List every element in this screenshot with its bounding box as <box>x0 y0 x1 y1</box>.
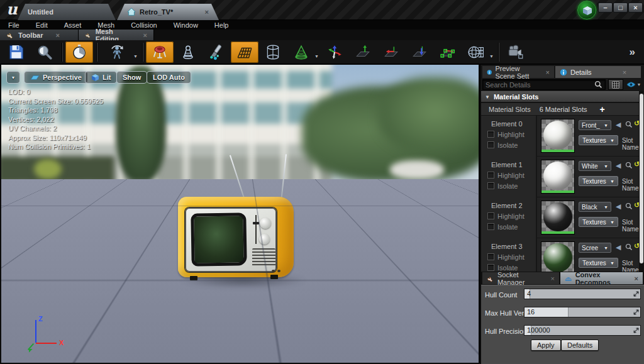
tab-preview-scene-settings[interactable]: Preview Scene Sett × <box>482 66 554 78</box>
isolate-checkbox[interactable] <box>487 141 494 148</box>
close-button[interactable]: × <box>628 3 643 13</box>
highlight-checkbox[interactable] <box>487 212 494 219</box>
material-thumbnail[interactable] <box>541 119 575 153</box>
bounds-button[interactable] <box>259 41 287 63</box>
max-hull-verts-spinbox[interactable]: 16 <box>524 307 641 317</box>
material-thumbnail[interactable] <box>541 201 575 234</box>
material-thumbnail[interactable] <box>541 241 575 272</box>
tab-details[interactable]: Details × <box>555 66 641 78</box>
maximize-button[interactable]: □ <box>613 3 628 13</box>
lod-auto-button[interactable]: LOD Auto <box>147 71 191 84</box>
spin-drag-icon[interactable] <box>633 291 639 297</box>
tab-close-icon[interactable]: × <box>143 31 147 39</box>
tab-close-icon[interactable]: × <box>635 275 638 282</box>
perspective-button[interactable]: Perspective <box>24 71 88 84</box>
kdop-x-button[interactable] <box>349 41 377 63</box>
add-material-slot-button[interactable]: + <box>599 104 604 114</box>
use-selected-asset-icon[interactable]: ◀ <box>616 162 621 170</box>
normals-button[interactable] <box>174 41 202 63</box>
menu-window[interactable]: Window <box>165 21 206 29</box>
dock-tab-toolbar[interactable]: Toolbar × <box>0 30 79 40</box>
defaults-button[interactable]: Defaults <box>561 339 599 351</box>
browse-to-asset-icon[interactable] <box>625 121 633 128</box>
use-selected-asset-icon[interactable]: ◀ <box>616 121 621 129</box>
dock-tab-mesh-editing[interactable]: Mesh Editing × <box>79 30 154 40</box>
app-tab-untitled[interactable]: Untitled <box>18 4 116 20</box>
highlight-checkbox[interactable] <box>487 253 494 260</box>
textures-dropdown-button[interactable]: Textures▼ <box>579 258 618 268</box>
app-tab-retro-tv[interactable]: Retro_TV* × <box>117 4 219 20</box>
textures-dropdown-button[interactable]: Textures▼ <box>579 176 618 186</box>
preview-mesh-dropdown-icon[interactable]: ▼ <box>133 54 138 58</box>
highlight-checkbox[interactable] <box>487 172 494 179</box>
browse-to-asset-icon[interactable] <box>625 243 633 251</box>
property-matrix-button[interactable] <box>608 79 623 90</box>
tab-close-icon[interactable]: × <box>551 275 555 282</box>
hull-count-spinbox[interactable]: 4 <box>524 289 641 299</box>
minimize-button[interactable]: – <box>598 3 613 13</box>
material-slots-section-header[interactable]: ▼ Material Slots <box>481 91 644 102</box>
save-button[interactable] <box>3 41 30 63</box>
material-select[interactable]: White▼ <box>579 161 611 171</box>
tab-convex-decomposition[interactable]: Convex Decompos × <box>560 272 643 284</box>
find-in-content-browser-button[interactable] <box>31 41 58 63</box>
use-selected-asset-icon[interactable]: ◀ <box>616 243 621 251</box>
pivot-dropdown-icon[interactable]: ▼ <box>314 54 319 58</box>
reset-to-default-icon[interactable]: ↺ <box>634 160 639 168</box>
menu-asset[interactable]: Asset <box>56 21 90 29</box>
spin-drag-icon[interactable] <box>633 309 639 315</box>
hull-precision-spinbox[interactable]: 100000 <box>524 325 641 336</box>
search-details-input[interactable] <box>483 81 594 89</box>
material-thumbnail[interactable] <box>541 160 575 194</box>
tab-close-icon[interactable]: × <box>205 8 209 16</box>
reset-to-default-icon[interactable]: ↺ <box>634 201 639 209</box>
tab-close-icon[interactable]: × <box>546 69 550 76</box>
lit-mode-button[interactable]: Lit <box>85 71 117 84</box>
kdop-y-button[interactable] <box>377 41 405 63</box>
sphere-collision-button[interactable] <box>462 41 490 63</box>
material-select[interactable]: Front_▼ <box>579 120 611 130</box>
realtime-button[interactable] <box>65 41 93 63</box>
textures-dropdown-button[interactable]: Textures▼ <box>579 217 618 227</box>
sockets-button[interactable] <box>146 41 174 63</box>
scrollbar-thumb[interactable] <box>640 94 643 263</box>
spin-drag-icon[interactable] <box>633 328 639 333</box>
menu-edit[interactable]: Edit <box>28 21 56 29</box>
show-menu-button[interactable]: Show <box>116 71 147 84</box>
display-filter-button[interactable]: ▼ <box>625 79 642 90</box>
menu-help[interactable]: Help <box>206 21 237 29</box>
preview-mesh-button[interactable] <box>100 41 134 63</box>
tab-close-icon[interactable]: × <box>56 31 60 39</box>
tab-socket-manager[interactable]: Socket Manager × <box>482 272 559 284</box>
auto-convex-button[interactable] <box>434 41 462 63</box>
isolate-checkbox[interactable] <box>487 223 494 230</box>
material-select[interactable]: Scree▼ <box>579 243 611 253</box>
isolate-checkbox[interactable] <box>487 264 494 271</box>
kdop-z-button[interactable] <box>406 41 433 63</box>
tab-close-icon[interactable]: × <box>623 69 626 76</box>
camera-button[interactable] <box>502 41 530 63</box>
viewport-options-dropdown[interactable]: ▼ <box>6 71 20 84</box>
connection-status-badge[interactable] <box>577 1 596 19</box>
browse-to-asset-icon[interactable] <box>625 202 633 210</box>
material-select[interactable]: Black▼ <box>579 202 611 212</box>
reset-to-default-icon[interactable]: ↺ <box>634 242 639 250</box>
grid-button[interactable] <box>231 41 258 63</box>
3d-viewport[interactable]: ▼ Perspective Lit Show LOD Auto LOD: 0 C… <box>1 65 480 363</box>
apply-button[interactable]: Apply <box>531 339 561 351</box>
toolbar-overflow-chevron-icon[interactable]: » <box>630 46 635 58</box>
info-icon <box>487 69 492 76</box>
search-details-box[interactable] <box>482 79 606 90</box>
sphere-collision-dropdown-icon[interactable]: ▼ <box>489 54 494 58</box>
vertices-button[interactable] <box>321 41 348 63</box>
vertex-colors-button[interactable] <box>203 41 230 63</box>
browse-to-asset-icon[interactable] <box>625 162 633 169</box>
pivot-button[interactable] <box>287 41 315 63</box>
highlight-checkbox[interactable] <box>487 131 494 138</box>
isolate-checkbox[interactable] <box>487 182 494 189</box>
details-scrollbar[interactable] <box>639 91 644 272</box>
textures-dropdown-button[interactable]: Textures▼ <box>579 135 618 145</box>
use-selected-asset-icon[interactable]: ◀ <box>616 202 621 211</box>
reset-to-default-icon[interactable]: ↺ <box>634 119 639 128</box>
menu-file[interactable]: File <box>0 21 28 29</box>
